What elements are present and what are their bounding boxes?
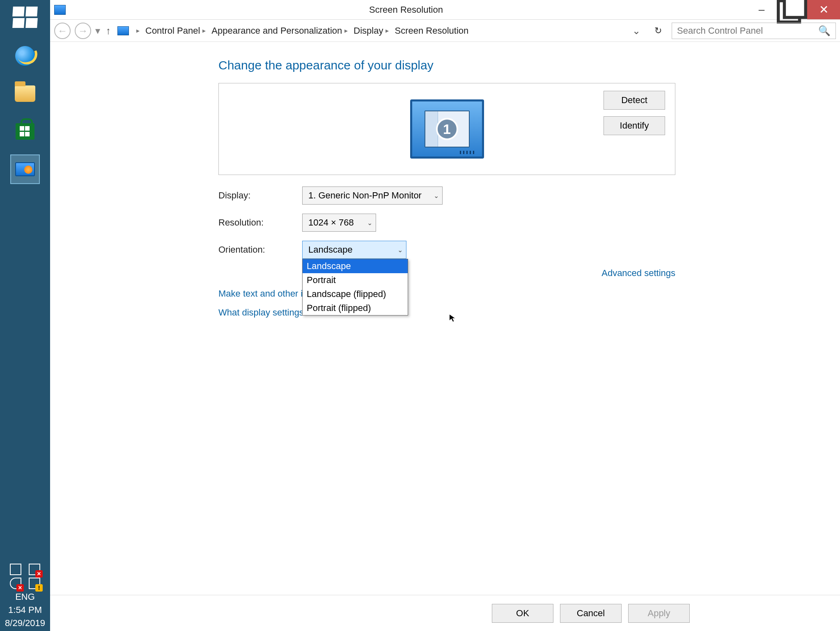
back-button[interactable]: ← xyxy=(54,23,71,39)
store-icon xyxy=(16,123,34,140)
refresh-button[interactable]: ↻ xyxy=(649,25,668,36)
chevron-down-icon: ⌄ xyxy=(397,246,403,254)
orientation-option-portrait[interactable]: Portrait xyxy=(303,273,408,287)
volume-icon[interactable] xyxy=(10,578,21,589)
breadcrumb-control-panel[interactable]: Control Panel ▸ xyxy=(143,24,209,38)
chevron-down-icon: ⌄ xyxy=(367,219,372,227)
system-tray: ENG 1:54 PM 8/29/2019 xyxy=(0,564,50,629)
monitor-thumbnail[interactable]: 1 xyxy=(410,99,484,159)
search-box[interactable]: 🔍 xyxy=(672,23,836,39)
address-dropdown[interactable]: ⌄ xyxy=(628,25,645,37)
network-icon[interactable] xyxy=(29,564,40,575)
internet-explorer-icon xyxy=(15,46,35,66)
battery-icon[interactable] xyxy=(10,564,21,575)
page-heading: Change the appearance of your display xyxy=(218,58,840,72)
window-icon xyxy=(54,5,66,15)
dialog-footer: OK Cancel Apply xyxy=(50,595,840,631)
display-preview: 1 Detect Identify xyxy=(218,83,675,175)
taskbar-item-control-panel[interactable] xyxy=(10,154,40,184)
taskbar-item-store[interactable] xyxy=(10,117,40,146)
maximize-button[interactable] xyxy=(777,0,807,19)
chevron-down-icon: ⌄ xyxy=(434,192,439,200)
window-title: Screen Resolution xyxy=(66,5,746,15)
cancel-button[interactable]: Cancel xyxy=(560,604,622,623)
resolution-value: 1024 × 768 xyxy=(308,217,354,228)
close-button[interactable]: ✕ xyxy=(807,0,840,19)
orientation-option-landscape-flipped[interactable]: Landscape (flipped) xyxy=(303,287,408,301)
tray-date[interactable]: 8/29/2019 xyxy=(5,618,45,629)
resolution-label: Resolution: xyxy=(218,217,302,228)
taskbar: ENG 1:54 PM 8/29/2019 xyxy=(0,0,50,631)
folder-icon xyxy=(15,85,35,102)
detect-button[interactable]: Detect xyxy=(604,91,665,110)
titlebar: Screen Resolution – ✕ xyxy=(50,0,840,20)
svg-rect-1 xyxy=(785,0,806,17)
breadcrumb: ▸ Control Panel ▸ Appearance and Persona… xyxy=(133,24,624,38)
monitor-number: 1 xyxy=(436,118,458,140)
breadcrumb-display[interactable]: Display ▸ xyxy=(351,24,392,38)
resolution-dropdown[interactable]: 1024 × 768⌄ xyxy=(302,214,376,232)
settings-form: Display: 1. Generic Non-PnP Monitor⌄ Res… xyxy=(218,187,840,318)
orientation-value: Landscape xyxy=(308,244,353,255)
orientation-option-landscape[interactable]: Landscape xyxy=(303,259,408,273)
advanced-settings-link[interactable]: Advanced settings xyxy=(601,268,675,279)
taskbar-item-ie[interactable] xyxy=(10,41,40,71)
start-button[interactable] xyxy=(11,5,39,30)
orientation-option-portrait-flipped[interactable]: Portrait (flipped) xyxy=(303,301,408,315)
breadcrumb-screen-resolution[interactable]: Screen Resolution xyxy=(392,24,471,38)
search-input[interactable] xyxy=(677,25,818,36)
forward-button[interactable]: → xyxy=(75,23,91,39)
address-bar: ← → ▾ ↑ ▸ Control Panel ▸ Appearance and… xyxy=(50,20,840,42)
apply-button[interactable]: Apply xyxy=(628,604,690,623)
display-dropdown[interactable]: 1. Generic Non-PnP Monitor⌄ xyxy=(302,187,443,205)
orientation-options-list: Landscape Portrait Landscape (flipped) P… xyxy=(302,259,408,316)
up-button[interactable]: ↑ xyxy=(103,25,113,37)
minimize-button[interactable]: – xyxy=(746,0,777,19)
location-icon xyxy=(117,26,129,35)
display-value: 1. Generic Non-PnP Monitor xyxy=(308,190,422,201)
orientation-dropdown[interactable]: Landscape⌄ Landscape Portrait Landscape … xyxy=(302,241,406,259)
action-center-icon[interactable] xyxy=(29,578,40,589)
tray-language[interactable]: ENG xyxy=(15,592,35,602)
orientation-label: Orientation: xyxy=(218,244,302,255)
taskbar-item-explorer[interactable] xyxy=(10,79,40,108)
content-area: Change the appearance of your display 1 … xyxy=(50,42,840,595)
identify-button[interactable]: Identify xyxy=(604,116,665,135)
control-panel-icon xyxy=(15,162,35,176)
history-dropdown[interactable]: ▾ xyxy=(95,25,99,37)
breadcrumb-appearance[interactable]: Appearance and Personalization ▸ xyxy=(209,24,351,38)
tray-time[interactable]: 1:54 PM xyxy=(8,605,42,615)
search-icon: 🔍 xyxy=(818,25,831,37)
screen-resolution-window: Screen Resolution – ✕ ← → ▾ ↑ ▸ Control … xyxy=(50,0,840,631)
display-label: Display: xyxy=(218,190,302,201)
ok-button[interactable]: OK xyxy=(492,604,553,623)
breadcrumb-sep[interactable]: ▸ xyxy=(133,25,143,36)
mouse-cursor xyxy=(448,313,458,323)
